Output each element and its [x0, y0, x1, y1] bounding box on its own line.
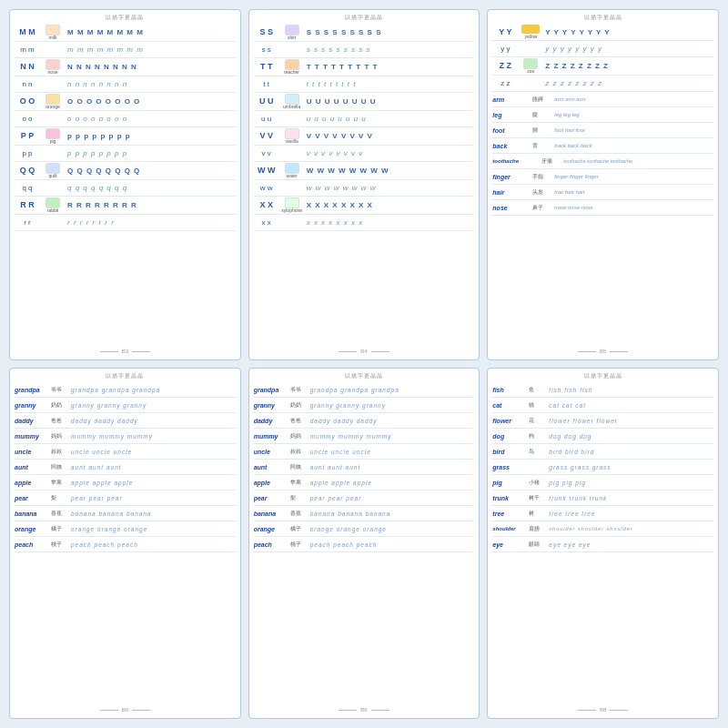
- letter-row-O: O O orange O O O O O O O O: [15, 93, 236, 111]
- word-aunt-2: aunt 阿姨 aunt aunt aunt: [254, 460, 475, 475]
- letter-row-S: S S shirt S S S S S S S S S: [254, 24, 475, 42]
- word-shoulder: shoulder 肩膀 shoulder shoulder shoulder: [492, 521, 713, 537]
- body-word-leg: leg 腿 leg leg leg: [492, 107, 713, 123]
- word-mummy-2: mummy 妈妈 mummy mummy mummy: [254, 429, 475, 444]
- letter-row-v: v v v v v v v v v v: [254, 146, 475, 162]
- letter-row-U: U U umbrella U U U U U U U U: [254, 93, 475, 111]
- letter-row-q: q q q q q q q q q q: [15, 180, 236, 197]
- ws5-header: 以描字更晶晶: [254, 372, 475, 380]
- ws2-page: B4: [254, 349, 475, 354]
- word-bird: bird 鸟 bird bird bird: [492, 444, 713, 460]
- body-word-foot: foot 脚 foot foot foot: [492, 123, 713, 138]
- worksheet-5: 以描字更晶晶 grandpa 爷爷 grandpa grandpa grandp…: [248, 368, 480, 719]
- letter-row-W: W W water W W W W W W W W: [254, 162, 475, 180]
- body-word-nose: nose 鼻子 nose nose nose: [492, 200, 713, 216]
- letter-row-x: x x x x x x x x x x: [254, 215, 475, 231]
- word-pear: pear 梨 pear pear pear: [15, 490, 236, 506]
- word-orange-2: orange 橘子 orange orange orange: [254, 521, 475, 537]
- letter-row-Y: Y Y yellow Y Y Y Y Y Y Y Y: [492, 24, 713, 41]
- letter-M-upper: M M: [19, 28, 35, 36]
- word-granny-2: granny 奶奶 granny granny granny: [254, 398, 475, 413]
- letter-m-lower: m m: [20, 46, 35, 54]
- letter-row-P: P P pig p p p p p p p p: [15, 127, 236, 146]
- word-cat: cat 猫 cat cat cat: [492, 398, 713, 413]
- letter-row-o: o o o o o o o o o o: [15, 111, 236, 127]
- body-word-toothache: toothache 牙痛 toothache toothache toothac…: [492, 154, 713, 169]
- ws3-page: B5: [492, 349, 713, 354]
- word-banana: banana 香蕉 banana banana banana: [15, 506, 236, 521]
- body-word-hair: hair 头发 hair hair hair: [492, 185, 713, 200]
- ws6-header: 以描字更晶晶: [492, 372, 713, 380]
- ws4-content: grandpa 爷爷 grandpa grandpa grandpa grann…: [15, 382, 236, 705]
- letter-m-cell: m m: [15, 46, 40, 54]
- word-pear-2: pear 梨 pear pear pear: [254, 490, 475, 506]
- img-milk: milk: [40, 25, 66, 40]
- letter-row-w: w w w w w w w w w w: [254, 180, 475, 197]
- word-tree: tree 树 tree tree tree: [492, 506, 713, 521]
- ws1-content: M M milk M M M M M M M M m m m m m m m m…: [15, 24, 236, 347]
- word-daddy-2: daddy 爸爸 daddy daddy daddy: [254, 413, 475, 429]
- ws3-header: 以描字更晶晶: [492, 14, 713, 22]
- word-fish: fish 鱼 fish fish fish: [492, 382, 713, 398]
- ws5-content: grandpa 爷爷 grandpa grandpa grandpa grann…: [254, 382, 475, 705]
- word-granny: granny 奶奶 granny granny granny: [15, 398, 236, 413]
- letter-row-y: y y y y y y y y y y: [492, 41, 713, 57]
- yellow-color-box: [521, 25, 540, 34]
- letter-row-t: t t t t t t t t t t t: [254, 76, 475, 93]
- word-flower: flower 花 flower flower flower: [492, 413, 713, 429]
- practice-M-upper: M M M M M M M M: [66, 28, 236, 36]
- word-dog: dog 狗 dog dog dog: [492, 429, 713, 444]
- ws2-header: 以描字更晶晶: [254, 14, 475, 22]
- letter-row-V: V V vanilla V V V V V V V V: [254, 127, 475, 146]
- worksheet-1: 以描字更晶晶 M M milk M M M M M M M M m m m m …: [9, 9, 241, 360]
- ws1-header: 以描字更晶晶: [15, 14, 236, 22]
- letter-row-X: X X xylophone X X X X X X X X: [254, 197, 475, 215]
- word-apple: apple 苹果 apple apple apple: [15, 475, 236, 490]
- worksheet-3: 以描字更晶晶 Y Y yellow Y Y Y Y Y Y Y Y y y y …: [487, 9, 719, 360]
- ws1-page: B3: [15, 349, 236, 354]
- word-pig: pig 小猪 pig pig pig: [492, 475, 713, 490]
- word-grandpa-2: grandpa 爷爷 grandpa grandpa grandpa: [254, 382, 475, 398]
- letter-row-p: p p p p p p p p p p: [15, 146, 236, 162]
- letter-row-n: n n n n n n n n n n: [15, 76, 236, 93]
- body-word-back: back 背 back back back: [492, 138, 713, 154]
- word-grass: grass grass grass grass: [492, 460, 713, 475]
- letter-row-R: R R rabbit R R R R R R R R: [15, 197, 236, 215]
- ws3-content: Y Y yellow Y Y Y Y Y Y Y Y y y y y y y y…: [492, 24, 713, 347]
- letter-row-r: r r r r r r r r r r: [15, 215, 236, 231]
- letter-row-Q: Q Q quilt Q Q Q Q Q Q Q Q: [15, 162, 236, 180]
- ws5-page: B6: [254, 707, 475, 713]
- word-trunk: trunk 树干 trunk trunk trunk: [492, 490, 713, 506]
- word-mummy: mummy 妈妈 mummy mummy mummy: [15, 429, 236, 444]
- ws6-page: B8: [492, 707, 713, 713]
- practice-m-lower: m m m m m m m m: [66, 46, 236, 54]
- ws2-content: S S shirt S S S S S S S S S s s s s s s …: [254, 24, 475, 347]
- word-grandpa: grandpa 爷爷 grandpa grandpa grandpa: [15, 382, 236, 398]
- word-uncle-2: uncle 叔叔 uncle uncle uncle: [254, 444, 475, 460]
- worksheet-4: 以描字更晶晶 grandpa 爷爷 grandpa grandpa grandp…: [9, 368, 241, 719]
- letter-row-M: M M milk M M M M M M M M: [15, 24, 236, 42]
- letter-row-Z: Z Z zoo Z Z Z Z Z Z Z Z: [492, 57, 713, 76]
- letter-row-N: N N nose N N N N N N N N: [15, 58, 236, 76]
- body-word-finger: finger 手指 finger finger finger: [492, 169, 713, 185]
- letter-M-cell: M M: [15, 28, 40, 36]
- letter-row-u: u u u u u u u u u u: [254, 111, 475, 127]
- word-aunt: aunt 阿姨 aunt aunt aunt: [15, 460, 236, 475]
- letter-row-T: T T teacher T T T T T T T T T: [254, 58, 475, 76]
- letter-row-s: s s s s s s s s s s s: [254, 42, 475, 58]
- word-peach: peach 桃子 peach peach peach: [15, 537, 236, 552]
- letter-row-m: m m m m m m m m m m: [15, 42, 236, 58]
- word-banana-2: banana 香蕉 banana banana banana: [254, 506, 475, 521]
- word-eye: eye 眼睛 eye eye eye: [492, 537, 713, 552]
- letter-row-z: z z z z z z z z z z: [492, 76, 713, 92]
- word-peach-2: peach 桃子 peach peach peach: [254, 537, 475, 552]
- ws4-page: B6: [15, 707, 236, 713]
- body-word-arm: arm 胳膊 arm arm arm: [492, 92, 713, 107]
- ws6-content: fish 鱼 fish fish fish cat 猫 cat cat cat …: [492, 382, 713, 705]
- worksheet-6: 以描字更晶晶 fish 鱼 fish fish fish cat 猫 cat c…: [487, 368, 719, 719]
- word-uncle: uncle 叔叔 uncle uncle uncle: [15, 444, 236, 460]
- word-orange: orange 橘子 orange orange orange: [15, 521, 236, 537]
- word-apple-2: apple 苹果 apple apple apple: [254, 475, 475, 490]
- worksheet-2: 以描字更晶晶 S S shirt S S S S S S S S S s s s…: [248, 9, 480, 360]
- ws4-header: 以描字更晶晶: [15, 372, 236, 380]
